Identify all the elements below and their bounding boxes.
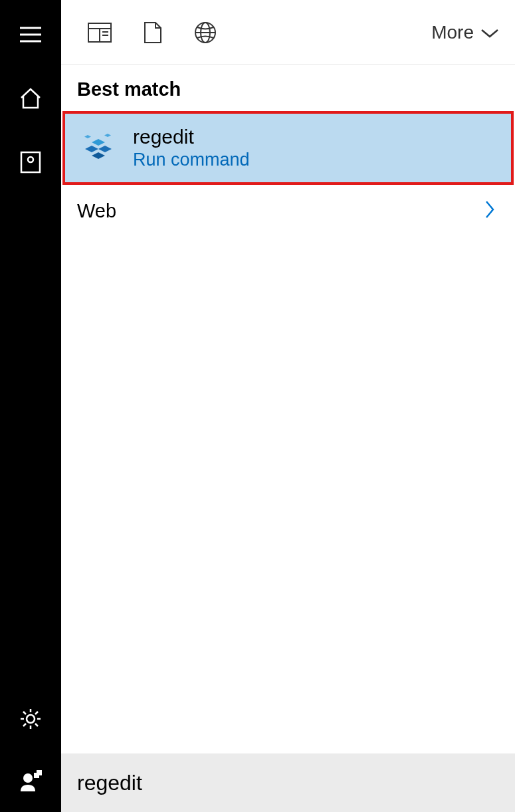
result-text: regedit Run command — [133, 126, 250, 170]
filter-toolbar: More — [61, 0, 515, 65]
sidebar-bottom-group — [19, 707, 43, 793]
result-subtitle: Run command — [133, 150, 250, 170]
svg-point-5 — [27, 715, 35, 723]
svg-marker-17 — [92, 139, 105, 146]
result-title: regedit — [133, 126, 250, 148]
user-icon[interactable] — [19, 769, 43, 793]
documents-filter-icon[interactable] — [144, 21, 162, 44]
start-sidebar — [0, 0, 61, 812]
svg-marker-22 — [104, 134, 111, 137]
svg-marker-18 — [85, 146, 98, 152]
svg-marker-20 — [92, 152, 105, 159]
apps-filter-icon[interactable] — [88, 23, 112, 43]
svg-point-4 — [28, 157, 33, 162]
web-section-row[interactable]: Web — [61, 185, 515, 237]
more-button[interactable]: More — [431, 22, 499, 43]
regedit-icon — [80, 130, 117, 167]
search-input[interactable] — [77, 771, 515, 795]
search-panel: More Best match — [61, 0, 515, 812]
results-area: Best match — [61, 65, 515, 753]
best-match-header: Best match — [61, 65, 515, 111]
best-match-result[interactable]: regedit Run command — [62, 111, 514, 185]
gear-icon[interactable] — [19, 707, 43, 731]
home-icon[interactable] — [19, 86, 43, 110]
svg-point-6 — [23, 773, 33, 783]
chevron-right-icon — [484, 200, 495, 222]
hamburger-icon[interactable] — [19, 23, 43, 47]
sidebar-top-group — [19, 23, 43, 174]
more-label: More — [431, 22, 474, 43]
web-filter-icon[interactable] — [194, 21, 217, 44]
search-bar — [61, 753, 515, 812]
svg-rect-8 — [37, 770, 42, 775]
web-section-label: Web — [77, 200, 116, 222]
svg-marker-21 — [84, 135, 91, 138]
photo-icon[interactable] — [19, 150, 43, 174]
chevron-down-icon — [480, 22, 499, 43]
filter-icons — [88, 21, 217, 44]
svg-marker-19 — [98, 146, 112, 152]
